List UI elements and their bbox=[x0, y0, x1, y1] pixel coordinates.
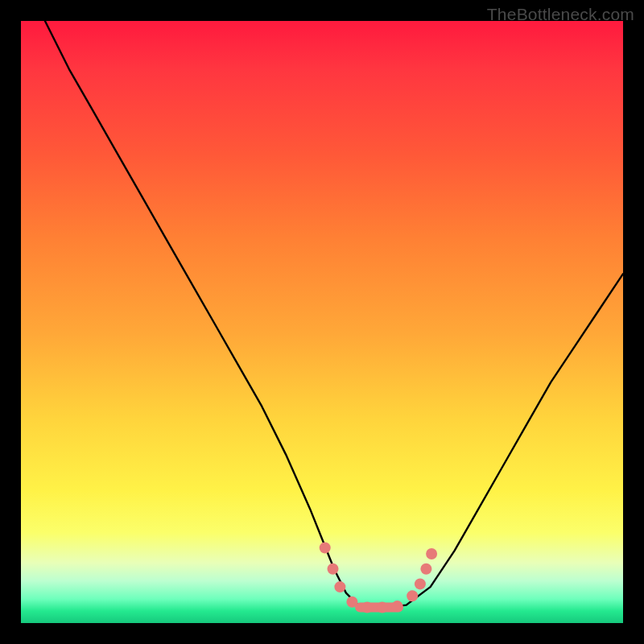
highlight-markers bbox=[320, 543, 437, 613]
marker-dot bbox=[392, 601, 403, 612]
plot-area bbox=[21, 21, 623, 623]
marker-dot bbox=[426, 548, 437, 559]
curve-svg bbox=[21, 21, 623, 623]
marker-dot bbox=[334, 581, 345, 592]
marker-dot bbox=[377, 602, 388, 613]
marker-dot bbox=[415, 578, 426, 589]
marker-dot bbox=[407, 590, 418, 601]
marker-dot bbox=[361, 602, 373, 613]
marker-dot bbox=[328, 564, 339, 575]
marker-dot bbox=[346, 597, 357, 608]
bottleneck-curve bbox=[45, 21, 623, 608]
chart-frame: TheBottleneck.com bbox=[0, 0, 644, 644]
marker-dot bbox=[320, 543, 331, 554]
marker-dot bbox=[420, 564, 431, 575]
